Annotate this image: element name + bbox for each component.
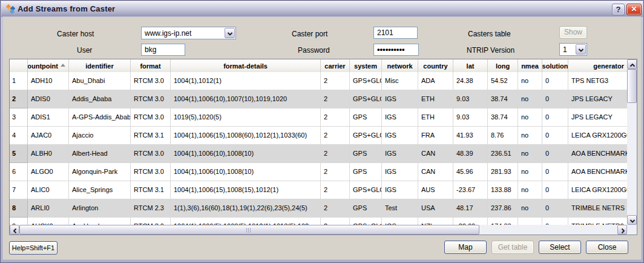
caster-host-dropdown-button[interactable]: [225, 28, 235, 38]
cell-mountpoint: ALIC0: [28, 181, 69, 199]
cell-format-details: 1019(5),1020(5): [171, 108, 321, 127]
cell-format: RTCM 2.3: [131, 199, 171, 218]
cell-mountpoint: ALBH0: [28, 145, 69, 163]
ntrip-version-combo[interactable]: 1: [559, 43, 587, 56]
header-identifier[interactable]: identifier: [69, 59, 131, 72]
table-row[interactable]: 1 ADH10 Abu_Dhabi RTCM 3.0 1004(1),1012(…: [10, 72, 627, 90]
cell-identifier: Abu_Dhabi: [69, 72, 131, 90]
table-row[interactable]: 7 ALIC0 Alice_Springs RTCM 3.1 1004(1),1…: [10, 181, 627, 199]
cell-system: GPS: [350, 199, 382, 218]
get-table-button[interactable]: Get table: [491, 241, 534, 254]
cell-country: USA: [418, 199, 453, 218]
cell-network: Test: [382, 199, 418, 218]
header-network[interactable]: network: [382, 59, 418, 72]
close-button[interactable]: Close: [586, 241, 628, 254]
horizontal-scroll-thumb[interactable]: [19, 225, 479, 235]
map-button[interactable]: Map: [444, 241, 487, 254]
cell-identifier: Algonquin-Park: [69, 163, 131, 181]
cell-solution: 0: [542, 163, 568, 181]
cell-network: Misc: [382, 72, 418, 90]
vertical-scrollbar[interactable]: [627, 59, 637, 225]
chevron-down-icon: [578, 47, 584, 53]
row-number: 2: [10, 90, 28, 108]
header-rownum: [10, 59, 28, 72]
cell-nmea: no: [518, 145, 542, 163]
help-hint-button[interactable]: Help=Shift+F1: [9, 241, 58, 255]
cell-format-details: 1004(1),1006(5),1008(5),1012(1),1013(5),…: [171, 218, 321, 225]
header-format-details[interactable]: format-details: [171, 59, 321, 72]
table-row[interactable]: 3 ADIS1 A-GPS-Addis_Ababa RTCM 3.0 1019(…: [10, 108, 627, 127]
cell-nmea: no: [518, 199, 542, 218]
table-row[interactable]: 2 ADIS0 Addis_Ababa RTCM 3.0 1004(1),100…: [10, 90, 627, 108]
cell-identifier: Alice_Springs: [69, 181, 131, 199]
cell-network: IGS: [382, 90, 418, 108]
cell-system: GPS+GLO: [350, 90, 382, 108]
cell-carrier: 2: [321, 108, 350, 127]
titlebar-close-button[interactable]: ✕: [626, 4, 642, 15]
cell-format: RTCM 3.0: [131, 145, 171, 163]
table-row[interactable]: 6 ALGO0 Algonquin-Park RTCM 3.0 1004(1),…: [10, 163, 627, 181]
cell-generator: TPS NETG3: [568, 72, 627, 90]
table-row[interactable]: 8 ARLI0 Arlington RTCM 2.3 1(1),3(6),16(…: [10, 199, 627, 218]
ntrip-version-dropdown-button[interactable]: [576, 44, 586, 55]
chevron-down-icon: [227, 31, 233, 37]
cell-format: RTCM 3.0: [131, 163, 171, 181]
caster-port-label: Caster port: [292, 30, 327, 38]
user-input[interactable]: bkg: [141, 44, 185, 56]
cell-generator: JPS LEGACY: [568, 90, 627, 108]
cell-identifier: Ajaccio: [69, 127, 131, 145]
select-button[interactable]: Select: [539, 241, 581, 254]
cell-country: FRA: [418, 127, 453, 145]
titlebar-help-button[interactable]: ?: [612, 4, 625, 15]
header-solution[interactable]: solution: [542, 59, 568, 72]
cell-long: 8.76: [488, 127, 518, 145]
cell-country: ETH: [418, 90, 453, 108]
header-carrier[interactable]: carrier: [321, 59, 350, 72]
cell-mountpoint: AJAC0: [28, 127, 69, 145]
cell-carrier: 2: [321, 90, 350, 108]
header-mountpoint[interactable]: mountpoint: [28, 59, 69, 72]
caster-host-combo[interactable]: www.igs-ip.net: [141, 27, 236, 39]
password-input[interactable]: ••••••••••: [373, 44, 419, 56]
cell-format-details: 1004(1),1006(10),1008(10): [171, 163, 321, 181]
cell-identifier: Auckland: [69, 218, 131, 225]
table-row[interactable]: 5 ALBH0 Albert-Head RTCM 3.0 1004(1),100…: [10, 145, 627, 163]
header-nmea[interactable]: nmea: [518, 59, 542, 72]
show-button[interactable]: Show: [559, 26, 587, 39]
titlebar[interactable]: Add Streams from Caster ? ✕: [1, 1, 643, 17]
cell-generator: AOA BENCHMARK: [568, 145, 627, 163]
header-country[interactable]: country: [418, 59, 453, 72]
thumb-grip-icon: [246, 228, 252, 233]
table-row[interactable]: 9 AUCK0 Auckland RTCM 3.0 1004(1),1006(5…: [10, 218, 627, 225]
cell-system: GPS+GLO: [350, 127, 382, 145]
cell-nmea: no: [518, 163, 542, 181]
cell-network: IGS: [382, 163, 418, 181]
header-lat[interactable]: lat: [453, 59, 488, 72]
scrollbar-corner: [627, 225, 637, 235]
chevron-down-icon: [629, 218, 636, 224]
scroll-left-button[interactable]: [10, 225, 19, 235]
cell-generator: TRIMBLE NETR9: [568, 218, 627, 225]
scroll-right-button[interactable]: [617, 225, 627, 235]
vertical-scroll-thumb[interactable]: [627, 69, 637, 103]
cell-country: ETH: [418, 108, 453, 127]
cell-country: CAN: [418, 163, 453, 181]
cell-system: GPS+GLO: [350, 72, 382, 90]
horizontal-scrollbar[interactable]: [10, 225, 627, 235]
header-generator[interactable]: generator: [568, 59, 627, 72]
cell-long: 236.51: [488, 145, 518, 163]
ntrip-version-label: NTRIP Version: [467, 46, 514, 55]
header-format[interactable]: format: [131, 59, 171, 72]
scroll-up-button[interactable]: [627, 59, 637, 69]
caster-port-input[interactable]: 2101: [373, 27, 418, 39]
cell-format-details: 1004(1),1012(1): [171, 72, 321, 90]
cell-network: IGS: [382, 127, 418, 145]
header-system[interactable]: system: [350, 59, 382, 72]
cell-lat: 9.03: [453, 108, 488, 127]
cell-solution: 0: [542, 199, 568, 218]
cell-nmea: no: [518, 181, 542, 199]
table-row[interactable]: 4 AJAC0 Ajaccio RTCM 3.1 1004(1),1006(15…: [10, 127, 627, 145]
scroll-down-button[interactable]: [627, 215, 637, 225]
cell-lat: 9.03: [453, 90, 488, 108]
header-long[interactable]: long: [488, 59, 518, 72]
